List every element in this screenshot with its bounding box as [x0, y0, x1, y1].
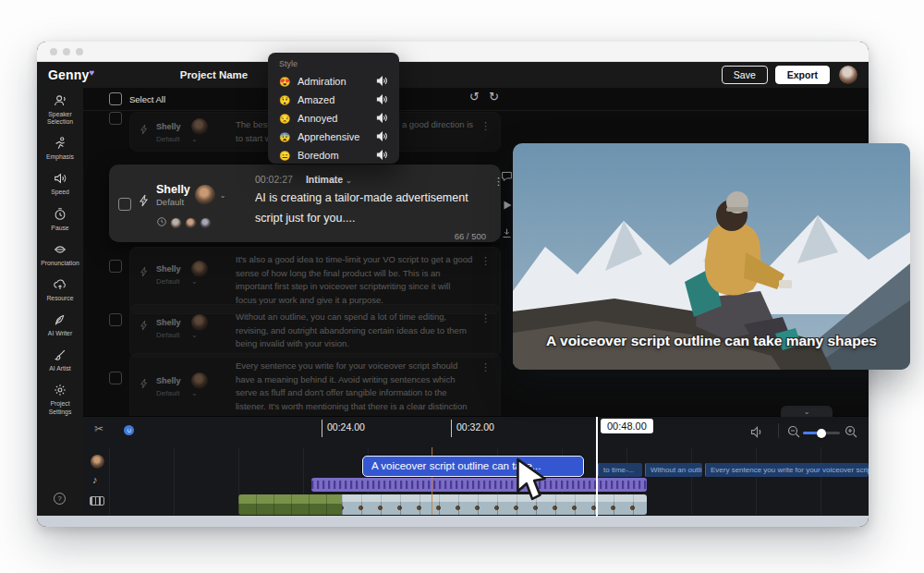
subtitle-clip[interactable]: Without an outline... — [645, 463, 702, 477]
chevron-down-icon[interactable]: ⌄ — [220, 191, 226, 200]
kebab-menu-icon[interactable]: ⋮ — [480, 255, 491, 267]
sidebar-item-speaker-selection[interactable]: Speaker Selection — [37, 88, 83, 130]
comment-icon[interactable] — [501, 169, 513, 186]
block-text[interactable]: Without an outline, you can spend a lot … — [236, 311, 473, 351]
speaker-name: Shelly — [156, 183, 190, 196]
script-block-active[interactable]: Shelly Default ⌄ — [109, 165, 501, 242]
export-button[interactable]: Export — [775, 66, 830, 84]
music-track-icon[interactable]: ♪ — [92, 474, 98, 485]
app-header: Genny♥ Project Name Save Export — [37, 62, 869, 88]
save-button[interactable]: Save — [722, 66, 768, 84]
style-dropdown-menu: Style 😍 Admiration 😲 Amazed 😒 Annoyed 😨 … — [268, 53, 399, 164]
user-avatar[interactable] — [839, 66, 857, 84]
playhead[interactable] — [596, 417, 598, 517]
block-checkbox[interactable] — [109, 260, 122, 273]
kebab-menu-icon[interactable]: ⋮ — [480, 120, 491, 132]
speaker-cell[interactable]: Shelly Default ⌄ — [156, 372, 228, 397]
window-bottom-bar — [37, 516, 869, 527]
pin-icon[interactable] — [139, 194, 150, 231]
preview-volume-icon[interactable] — [376, 91, 388, 108]
sidebar-item-pronunciation[interactable]: Pronunciation — [37, 237, 83, 272]
window-close-button[interactable] — [50, 48, 57, 55]
style-menu-title: Style — [279, 59, 388, 68]
redo-icon[interactable]: ↻ — [489, 90, 499, 104]
undo-icon[interactable]: ↺ — [469, 90, 480, 104]
block-checkbox[interactable] — [109, 313, 122, 326]
play-icon[interactable] — [502, 198, 513, 214]
zoom-in-icon[interactable] — [845, 425, 857, 442]
ruler-label: 00:32.00 — [456, 421, 494, 433]
video-clip-grass[interactable] — [238, 494, 342, 515]
preview-volume-icon[interactable] — [376, 128, 388, 145]
selected-subtitle-clip[interactable]: A voiceover script outline can take... — [362, 456, 584, 477]
pin-icon[interactable] — [140, 376, 149, 393]
speaker-avatar[interactable] — [195, 185, 215, 205]
script-block-4[interactable]: Shelly Default ⌄ Without an outline, you… — [109, 304, 501, 358]
ai-artist-icon — [53, 347, 67, 362]
slider-knob[interactable] — [817, 429, 826, 438]
chevron-down-icon: ⌄ — [804, 408, 810, 416]
style-option-amazed[interactable]: 😲 Amazed — [279, 91, 388, 109]
sidebar-item-pause[interactable]: Pause — [37, 201, 83, 237]
video-track-icon[interactable] — [90, 496, 104, 506]
speaker-cell[interactable]: Shelly Default ⌄ — [156, 118, 228, 143]
voice-style-avatar[interactable] — [200, 217, 212, 229]
window-zoom-button[interactable] — [76, 48, 83, 55]
select-all-checkbox[interactable] — [109, 92, 122, 105]
voice-track-icon[interactable] — [91, 455, 104, 469]
screen: Genny♥ Project Name Save Export Speaker … — [0, 0, 924, 573]
block-checkbox[interactable] — [109, 372, 122, 384]
voice-style-avatar[interactable] — [170, 217, 182, 229]
video-preview[interactable]: A voiceover script outline can take many… — [513, 143, 910, 370]
style-option-boredom[interactable]: 😑 Boredom — [279, 146, 388, 165]
sidebar-item-ai-artist[interactable]: AI Artist — [37, 342, 83, 377]
voice-style-avatar[interactable] — [185, 217, 197, 229]
sidebar: Speaker Selection Emphasis Speed Pause P… — [37, 88, 83, 516]
block-checkbox[interactable] — [109, 112, 122, 125]
block-timestamp: 00:02:27 — [255, 174, 293, 185]
style-selector[interactable]: Intimate ⌄ — [306, 174, 352, 185]
preview-volume-icon[interactable] — [376, 73, 388, 90]
video-clip-mountain[interactable] — [342, 494, 647, 515]
style-option-apprehensive[interactable]: 😨 Apprehensive — [279, 128, 388, 146]
sidebar-item-emphasis[interactable]: Emphasis — [37, 130, 83, 165]
sidebar-item-resource[interactable]: Resource — [37, 272, 83, 307]
preview-volume-icon[interactable] — [376, 110, 388, 127]
sidebar-item-ai-writer[interactable]: AI Writer — [37, 307, 83, 342]
divider — [83, 110, 869, 111]
amazed-emoji-icon: 😲 — [279, 95, 298, 105]
snap-magnet-icon[interactable]: ∪ — [124, 425, 134, 435]
pin-icon[interactable] — [140, 122, 149, 139]
pin-icon[interactable] — [140, 264, 149, 281]
style-option-admiration[interactable]: 😍 Admiration — [279, 72, 388, 91]
zoom-out-icon[interactable] — [787, 425, 800, 442]
chevron-down-icon: ⌄ — [346, 177, 352, 185]
style-option-annoyed[interactable]: 😒 Annoyed — [279, 109, 388, 128]
help-button[interactable]: ? — [54, 493, 66, 505]
kebab-menu-icon[interactable]: ⋮ — [480, 312, 491, 324]
download-icon[interactable] — [501, 226, 513, 243]
sidebar-item-speed[interactable]: Speed — [37, 165, 83, 201]
block-text[interactable]: It's also a good idea to time-limit your… — [236, 253, 473, 308]
annoyed-emoji-icon: 😒 — [279, 114, 298, 124]
subtitle-clip[interactable]: Every sentence you write for your voiceo… — [705, 463, 869, 477]
speaker-variant: Default — [156, 197, 190, 207]
sidebar-item-project-settings[interactable]: Project Settings — [37, 377, 83, 420]
timeline-zoom-slider[interactable] — [803, 432, 840, 434]
window-minimize-button[interactable] — [63, 48, 70, 55]
window-titlebar — [37, 42, 869, 62]
speaker-cell[interactable]: Shelly Default ⌄ — [156, 261, 228, 286]
block-text-input[interactable]: AI is creating a tailor-made advertiseme… — [255, 189, 486, 229]
preview-volume-icon[interactable] — [376, 147, 388, 164]
pin-icon[interactable] — [140, 318, 149, 335]
history-icon[interactable] — [156, 214, 167, 231]
timeline-volume-icon[interactable] — [750, 425, 764, 442]
cut-tool-icon[interactable]: ✂ — [94, 422, 103, 435]
speaker-cell[interactable]: Shelly Default ⌄ — [156, 314, 228, 339]
speaker-avatar — [191, 261, 208, 277]
block-checkbox[interactable] — [118, 198, 131, 211]
timeline-collapse-tab[interactable]: ⌄ — [781, 406, 833, 417]
subtitle-clip[interactable]: to time-... — [598, 463, 642, 477]
kebab-menu-icon[interactable]: ⋮ — [480, 361, 491, 373]
speaker-avatar — [191, 372, 208, 389]
